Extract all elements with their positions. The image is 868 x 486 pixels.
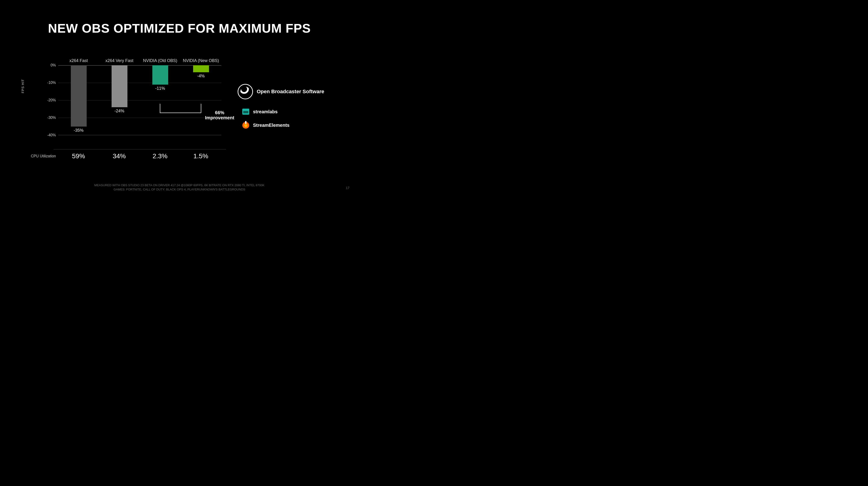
footnote-line: MEASURED WITH OBS STUDIO 23 BETA ON DRIV… — [0, 183, 359, 188]
streamlabs-icon — [242, 109, 249, 115]
divider — [54, 149, 226, 149]
slide-title: NEW OBS OPTIMIZED FOR MAXIMUM FPS — [0, 21, 359, 35]
obs-label: Open Broadcaster Software — [257, 89, 324, 95]
fps-hit-chart: FPS HIT 0% -10% -20% -30% -40% x264 Fast… — [23, 54, 226, 161]
streamelements-label: StreamElements — [253, 123, 289, 128]
bar — [193, 65, 209, 72]
bar-nvidia-old: NVIDIA (Old OBS) -11% — [140, 65, 181, 135]
improvement-bracket — [160, 104, 201, 113]
y-tick: -40% — [44, 133, 56, 137]
bar-value-label: -24% — [114, 109, 124, 114]
page-number: 17 — [346, 186, 349, 190]
cpu-value: 59% — [72, 152, 85, 160]
y-tick: -20% — [44, 98, 56, 102]
streamelements-icon — [242, 122, 249, 129]
improvement-annotation: 66% Improvement — [205, 110, 235, 120]
bar-nvidia-new: NVIDIA (New OBS) -4% — [181, 65, 221, 135]
obs-icon — [238, 84, 253, 99]
logo-streamlabs-row: streamlabs — [242, 109, 338, 115]
y-tick: 0% — [44, 63, 56, 67]
y-tick: -30% — [44, 116, 56, 120]
bar-value-label: -11% — [155, 86, 165, 91]
cpu-value: 1.5% — [193, 152, 208, 160]
bar — [152, 65, 168, 85]
streamlabs-label: streamlabs — [253, 109, 278, 114]
logo-obs-row: Open Broadcaster Software — [238, 84, 338, 99]
plot-area: 0% -10% -20% -30% -40% x264 Fast -35% x2… — [58, 65, 221, 135]
category-label: NVIDIA (Old OBS) — [143, 58, 177, 63]
bar-x264-fast: x264 Fast -35% — [58, 65, 99, 135]
bar-value-label: -4% — [197, 74, 205, 79]
bar-value-label: -35% — [73, 128, 84, 133]
y-axis-label: FPS HIT — [21, 79, 25, 93]
partner-logos: Open Broadcaster Software streamlabs Str… — [238, 84, 338, 138]
cpu-label: CPU Utilization — [21, 154, 56, 158]
category-label: NVIDIA (New OBS) — [183, 58, 219, 63]
annotation-percent: 66% — [215, 110, 224, 115]
footnote-line: GAMES: FORTNITE, CALL OF DUTY: BLACK OPS… — [0, 188, 359, 192]
category-label: x264 Very Fast — [105, 58, 133, 63]
bar-x264-veryfast: x264 Very Fast -24% — [99, 65, 140, 135]
category-label: x264 Fast — [69, 58, 88, 63]
cpu-value: 34% — [113, 152, 126, 160]
footnote: MEASURED WITH OBS STUDIO 23 BETA ON DRIV… — [0, 183, 359, 192]
cpu-value: 2.3% — [153, 152, 167, 160]
logo-streamelements-row: StreamElements — [242, 122, 338, 129]
annotation-word: Improvement — [205, 115, 235, 120]
bar — [71, 65, 87, 126]
bar — [112, 65, 127, 107]
y-tick: -10% — [44, 81, 56, 85]
